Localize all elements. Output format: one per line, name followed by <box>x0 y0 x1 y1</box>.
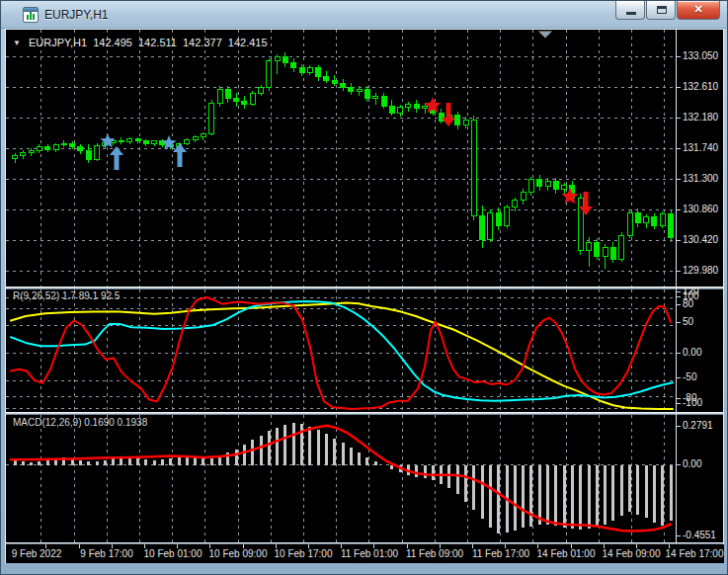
axis-tick <box>677 304 681 305</box>
axis-tick <box>677 240 681 241</box>
minimize-button[interactable] <box>615 1 645 20</box>
price-axis-label: 133.050 <box>683 50 718 61</box>
ohlc-low: 142.377 <box>183 37 222 48</box>
time-axis-label: 14 Feb 09:00 <box>603 548 661 559</box>
macd-label: MACD(12,26,9) 0.1690 0.1938 <box>13 417 147 428</box>
time-axis-label: 14 Feb 01:00 <box>537 548 596 559</box>
axis-tick <box>677 398 681 399</box>
price-axis-label: 130.420 <box>683 234 718 245</box>
time-axis-label: 10 Feb 17:00 <box>275 548 333 559</box>
time-axis-label: 11 Feb 09:00 <box>406 548 463 559</box>
chart-symbol: EURJPY,H1 <box>29 37 87 48</box>
chart-header: ▼ EURJPY,H1 142.495 142.511 142.377 142.… <box>13 37 271 48</box>
close-button[interactable]: ✕ <box>677 1 720 20</box>
price-axis-label: 0.00 <box>683 347 701 358</box>
time-axis-label: 11 Feb 17:00 <box>472 548 529 559</box>
price-axis-label: 130.860 <box>683 204 718 214</box>
time-axis[interactable]: 9 Feb 20229 Feb 17:0010 Feb 01:0010 Feb … <box>6 544 724 563</box>
time-axis-label: 10 Feb 09:00 <box>209 548 268 559</box>
axis-tick <box>677 271 681 272</box>
time-axis-label: 14 Feb 17:00 <box>666 548 724 559</box>
macd-panel[interactable] <box>6 415 676 542</box>
price-axis-label: 50 <box>683 316 693 327</box>
axis-tick <box>677 535 681 536</box>
time-axis-label: 11 Feb 01:00 <box>341 548 398 559</box>
window-titlebar[interactable]: EURJPY,H1 ✕ <box>1 1 728 29</box>
price-axis-label: 80 <box>683 298 693 309</box>
price-axis-label: 131.740 <box>683 142 718 153</box>
restore-icon <box>657 6 667 14</box>
axis-tick <box>677 296 681 297</box>
price-axis-label: -100 <box>683 397 702 408</box>
price-axis-label: 0.00 <box>683 458 701 469</box>
axis-tick <box>677 118 681 119</box>
axis-tick <box>677 148 681 149</box>
axis-tick <box>677 377 681 378</box>
price-axis-label: -0.4551 <box>683 530 716 540</box>
time-axis-label: 10 Feb 01:00 <box>144 548 202 559</box>
oscillator-label: R(9,26,52) 1.7 89.1 92.5 <box>13 290 120 301</box>
chevron-down-icon[interactable]: ▼ <box>13 39 21 47</box>
axis-tick <box>677 179 681 180</box>
time-axis-label: 9 Feb 17:00 <box>80 548 132 559</box>
price-axis-label: 132.610 <box>683 81 718 92</box>
chart-window: EURJPY,H1 ✕ 133.050132.610132.180131.740… <box>0 0 728 575</box>
price-axis-label: -50 <box>683 371 696 382</box>
price-axis-label: 0.2791 <box>683 420 713 431</box>
window-title: EURJPY,H1 <box>44 8 108 22</box>
oscillator-panel[interactable] <box>6 289 676 412</box>
axis-tick <box>677 403 681 404</box>
axis-tick <box>677 426 681 427</box>
axis-tick <box>677 56 681 57</box>
axis-tick <box>677 464 681 465</box>
axis-tick <box>677 291 681 292</box>
main-price-chart[interactable] <box>6 30 676 287</box>
price-axis-label: 131.300 <box>683 173 718 184</box>
price-axis-label: 132.180 <box>683 112 718 123</box>
ohlc-close: 142.415 <box>228 37 268 48</box>
chart-icon <box>23 7 39 23</box>
axis-tick <box>677 353 681 354</box>
ohlc-open: 142.495 <box>93 37 132 48</box>
restore-button[interactable] <box>646 1 676 20</box>
minimize-icon <box>626 12 636 15</box>
price-axis[interactable]: 133.050132.610132.180131.740131.300130.8… <box>677 30 724 542</box>
axis-tick <box>677 209 681 210</box>
axis-tick <box>677 87 681 88</box>
price-axis-label: 129.980 <box>683 265 718 276</box>
axis-tick <box>677 322 681 323</box>
window-controls: ✕ <box>614 1 720 20</box>
close-icon: ✕ <box>678 3 719 16</box>
ohlc-high: 142.511 <box>138 37 177 48</box>
time-axis-label: 9 Feb 2022 <box>12 548 62 559</box>
